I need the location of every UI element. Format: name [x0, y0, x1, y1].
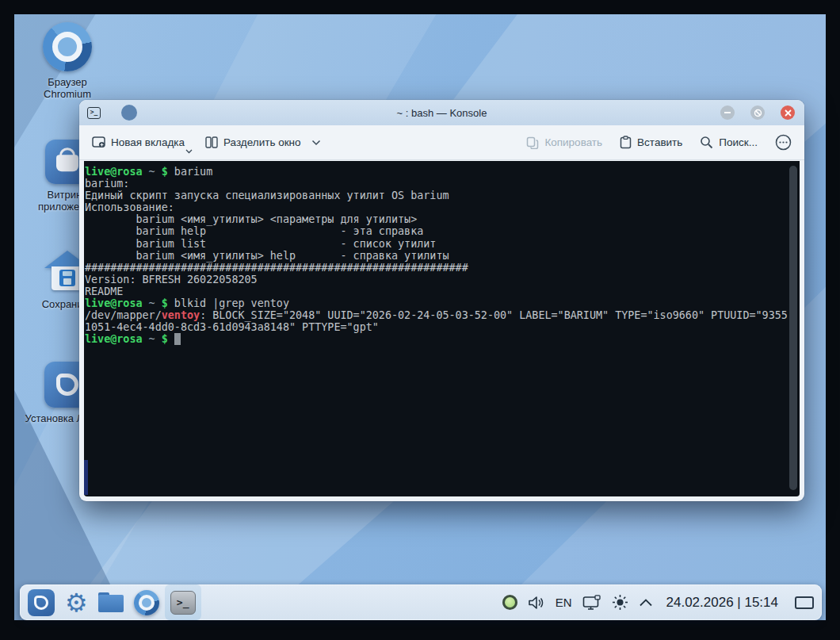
rosa-drop-icon	[34, 596, 48, 610]
desktop-icon-chromium[interactable]: Браузер Chromium	[24, 22, 111, 101]
terminal-output[interactable]: live@rosa ~ $ bariumbarium:Единый скрипт…	[84, 161, 800, 496]
terminal-line: barium <имя_утилиты> <параметры для утил…	[85, 213, 788, 225]
terminal-line: Единый скрипт запуска специализированных…	[85, 190, 788, 201]
close-button[interactable]	[781, 105, 795, 120]
terminal-line: barium help - эта справка	[85, 225, 788, 237]
floppy-icon	[59, 270, 75, 286]
chromium-taskbar-icon[interactable]	[134, 590, 159, 615]
terminal-scrollbar[interactable]	[789, 166, 797, 490]
file-manager-icon[interactable]	[98, 592, 124, 612]
paste-button[interactable]: Вставить	[620, 136, 682, 149]
terminal-line: live@rosa ~ $ barium	[85, 166, 788, 178]
terminal-line: barium:	[85, 178, 788, 190]
terminal-line: 1051-4ec4-4dd0-8cd3-61d0943a8148" PTTYPE…	[85, 321, 788, 333]
chromium-icon	[43, 22, 92, 71]
app-launcher-button[interactable]	[28, 589, 55, 616]
expand-tray-chevron-icon[interactable]	[639, 599, 653, 607]
terminal-line: Version: BFRESH 26022058205	[85, 274, 788, 286]
terminal-line: README	[85, 286, 788, 297]
rosa-drop-icon	[56, 374, 78, 396]
copy-icon	[526, 136, 539, 149]
paste-label: Вставить	[637, 136, 682, 148]
terminal-line: Использование:	[85, 201, 788, 213]
search-icon	[700, 136, 713, 149]
konsole-window: >_ ~ : bash — Konsole Новая вкладка Разд…	[79, 100, 804, 501]
terminal-line: barium list - список утилит	[85, 238, 788, 250]
terminal-line: live@rosa ~ $ blkid |grep ventoy	[85, 297, 788, 309]
window-titlebar[interactable]: >_ ~ : bash — Konsole	[79, 100, 804, 125]
terminal-line: /dev/mapper/ventoy: BLOCK_SIZE="2048" UU…	[85, 309, 788, 321]
paste-icon	[620, 136, 632, 149]
konsole-task-active[interactable]: >_	[165, 584, 201, 620]
copy-button[interactable]: Копировать	[526, 136, 602, 149]
terminal-viewport[interactable]: live@rosa ~ $ bariumbarium:Единый скрипт…	[84, 161, 800, 496]
maximize-button[interactable]	[750, 105, 765, 120]
scroll-position-marker	[84, 460, 88, 495]
konsole-toolbar: Новая вкладка Разделить окно Копировать …	[79, 125, 804, 160]
desktop-icon-label: Браузер Chromium	[24, 76, 111, 101]
display-icon[interactable]	[582, 595, 601, 611]
terminal-line: ########################################…	[85, 262, 788, 274]
show-desktop-button[interactable]	[795, 596, 814, 609]
search-label: Поиск...	[719, 136, 758, 148]
house-body-shape	[52, 266, 83, 290]
minimize-button[interactable]	[720, 105, 735, 120]
clock[interactable]: 24.02.2026 | 15:14	[666, 595, 779, 611]
status-led-icon[interactable]	[502, 595, 517, 610]
new-tab-icon	[92, 136, 105, 148]
new-tab-label: Новая вкладка	[111, 136, 185, 148]
terminal-line: barium <имя_утилиты> help - справка утил…	[85, 250, 788, 262]
konsole-taskbar-icon: >_	[170, 591, 196, 615]
settings-gear-icon[interactable]: ⚙	[65, 589, 88, 616]
shopping-bag-icon	[56, 155, 78, 171]
search-button[interactable]: Поиск...	[700, 136, 758, 149]
chevron-down-icon	[311, 140, 321, 146]
menu-overflow-button[interactable]	[775, 134, 792, 151]
taskbar-panel: ⚙ >_ EN 24.02.2026 | 15:14	[20, 584, 822, 620]
keyboard-layout-indicator[interactable]: EN	[556, 596, 572, 609]
window-title: ~ : bash — Konsole	[79, 107, 804, 119]
copy-label: Копировать	[544, 136, 602, 148]
brightness-icon[interactable]	[612, 594, 628, 611]
split-window-label: Разделить окно	[223, 136, 301, 148]
split-window-button[interactable]: Разделить окно	[205, 136, 321, 148]
volume-icon[interactable]	[528, 596, 545, 610]
terminal-line: live@rosa ~ $	[85, 333, 788, 345]
split-window-icon	[205, 136, 218, 148]
chevron-down-icon	[185, 149, 193, 154]
overflow-menu-icon	[775, 134, 792, 151]
new-tab-button[interactable]: Новая вкладка	[92, 136, 185, 148]
